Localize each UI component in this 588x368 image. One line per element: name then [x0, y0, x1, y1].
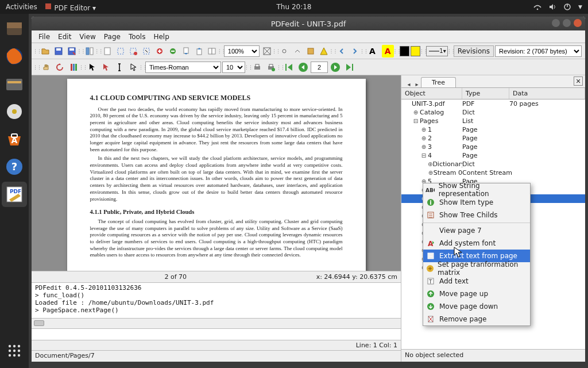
tree-expand-icon[interactable]: ⊕ [412, 109, 420, 116]
launcher-files[interactable] [2, 16, 27, 41]
window-close-button[interactable] [574, 19, 582, 27]
ctx-remove-page[interactable]: Remove page [423, 313, 530, 325]
power-icon[interactable] [563, 3, 571, 11]
text-cursor-button[interactable] [113, 61, 126, 74]
system-menu-chevron-icon[interactable]: ▼ [578, 4, 582, 10]
tree-expand-icon[interactable]: ⊕ [420, 126, 428, 133]
open-button[interactable] [40, 45, 52, 57]
tree-row[interactable]: ⊟PagesList [401, 117, 585, 125]
tree-row[interactable]: ⊕3Page [401, 143, 585, 151]
newpage-button[interactable] [101, 45, 113, 57]
tab-scroll-left[interactable]: ◂ [405, 81, 413, 87]
save-button[interactable] [53, 45, 65, 57]
font-select[interactable]: Times-Roman [145, 62, 221, 73]
app-menu[interactable]: PDF Editor ▾ [44, 2, 96, 12]
last-page-button[interactable] [343, 61, 355, 74]
zoom-fit-button[interactable] [261, 45, 273, 57]
tree-expand-icon[interactable]: ⊕ [428, 161, 432, 167]
dash-outline-button[interactable] [114, 45, 126, 57]
remove-object-button[interactable] [167, 45, 179, 57]
color-picker-button[interactable] [99, 61, 112, 74]
titlebar[interactable]: PDFedit - UNIT-3.pdf [32, 17, 585, 30]
col-object[interactable]: Object [401, 88, 462, 99]
warning-button[interactable] [318, 45, 330, 57]
ctx-set-page-tranformation-matrix[interactable]: Set page tranformation matrix [423, 262, 530, 275]
link-button[interactable] [278, 45, 291, 57]
revision-select[interactable]: Revision: 2 (7067 bytes) [495, 45, 582, 57]
pointer-tool-button[interactable] [86, 61, 98, 74]
ctx-show-tree-childs[interactable]: Show Tree Childs [423, 209, 530, 221]
print-button[interactable] [251, 61, 264, 74]
volume-icon[interactable] [548, 3, 556, 11]
tree-row[interactable]: ⊕2Page [401, 134, 585, 143]
scrollbar-thumb[interactable] [34, 320, 44, 326]
rotate-button[interactable] [53, 61, 66, 74]
select-area-button[interactable] [141, 45, 153, 57]
hand-tool-button[interactable] [40, 61, 52, 74]
console-scrollbar[interactable] [32, 318, 401, 328]
tab-close-button[interactable]: ✕ [574, 76, 583, 86]
ctx-move-page-up[interactable]: Move page up [423, 288, 530, 300]
zoom-select[interactable]: 100% [224, 45, 260, 57]
launcher-apps-grid[interactable] [2, 338, 27, 363]
window-maximize-button[interactable] [563, 19, 571, 27]
linewidth-select[interactable]: 1▾ [426, 46, 448, 56]
menu-edit[interactable]: Edit [55, 32, 75, 42]
tab-tree[interactable]: Tree [421, 77, 456, 87]
launcher-firefox[interactable] [2, 44, 27, 69]
dash-outline2-button[interactable] [127, 45, 140, 57]
toggle-view-button[interactable] [83, 45, 95, 57]
col-data[interactable]: Data [509, 88, 585, 99]
tree-expand-icon[interactable]: ⊟ [412, 118, 420, 124]
page-input[interactable] [311, 62, 328, 73]
script-console[interactable]: PDFedit 0.4.5-20101103132636 > func_load… [32, 282, 401, 318]
redo-button[interactable] [349, 45, 361, 57]
fontsize-select[interactable]: 10 [222, 62, 245, 73]
activities-button[interactable]: Activities [6, 3, 37, 11]
launcher-file-manager[interactable] [2, 71, 27, 97]
link2-button[interactable] [292, 45, 304, 57]
tab-scroll-right[interactable]: ▸ [413, 81, 421, 87]
ctx-add-system-font[interactable]: AAdd system font [423, 237, 530, 250]
pointer2-button[interactable] [127, 61, 140, 74]
tree-expand-icon[interactable]: ⊟ [420, 152, 428, 159]
tree-expand-icon[interactable]: ⊕ [420, 135, 428, 141]
tree-row[interactable]: ⊟4Page [401, 151, 585, 160]
launcher-help[interactable]: ? [2, 154, 27, 179]
tree-row[interactable]: ⊕Stream 0Content Stream [401, 168, 585, 177]
launcher-software[interactable]: A [2, 126, 27, 152]
ctx-view-page-7[interactable]: View page 7 [423, 224, 530, 237]
command-input[interactable] [32, 328, 401, 340]
tree-row[interactable]: ⊕DictionaryDict [401, 160, 585, 168]
tree-expand-icon[interactable]: ⊕ [420, 144, 428, 150]
saveas-button[interactable] [66, 45, 78, 57]
columns-button[interactable] [67, 61, 80, 74]
text-highlight-button[interactable]: A [382, 45, 394, 57]
tree-row[interactable]: ⊕1Page [401, 125, 585, 134]
ctx-show-string-representation[interactable]: ABCShow String representation [423, 183, 530, 196]
color-fg-swatch[interactable] [400, 46, 409, 56]
undo-button[interactable] [335, 45, 347, 57]
tree-row[interactable]: ⊕CatalogDict [401, 108, 585, 117]
ctx-move-page-down[interactable]: Move page down [423, 300, 530, 313]
ctx-add-text[interactable]: TAdd text [423, 275, 530, 288]
first-page-button[interactable] [283, 61, 296, 74]
move-down-button[interactable] [193, 45, 205, 57]
ctx-show-item-type[interactable]: iShow Item type [423, 196, 530, 209]
next-page-button[interactable] [329, 61, 342, 74]
clock[interactable]: Thu 20:18 [277, 3, 312, 11]
prev-page-button[interactable] [297, 61, 310, 74]
move-up-button[interactable] [180, 45, 192, 57]
window-minimize-button[interactable] [552, 19, 560, 27]
col-type[interactable]: Type [462, 88, 509, 99]
tree-expand-icon[interactable]: ⊕ [428, 170, 434, 176]
catalog-button[interactable] [305, 45, 317, 57]
menu-file[interactable]: File [35, 32, 53, 42]
add-object-button[interactable] [154, 45, 166, 57]
print2-button[interactable] [265, 61, 277, 74]
launcher-disks[interactable] [2, 99, 27, 124]
menu-page[interactable]: Page [100, 32, 124, 42]
page-viewport[interactable]: 4.1 CLOUD COMPUTING AND SERVICE MODELS O… [32, 75, 401, 271]
tree-row[interactable]: UNIT-3.pdfPDF70 pages [401, 99, 585, 108]
launcher-pdfeditor[interactable]: PDF [2, 182, 27, 207]
